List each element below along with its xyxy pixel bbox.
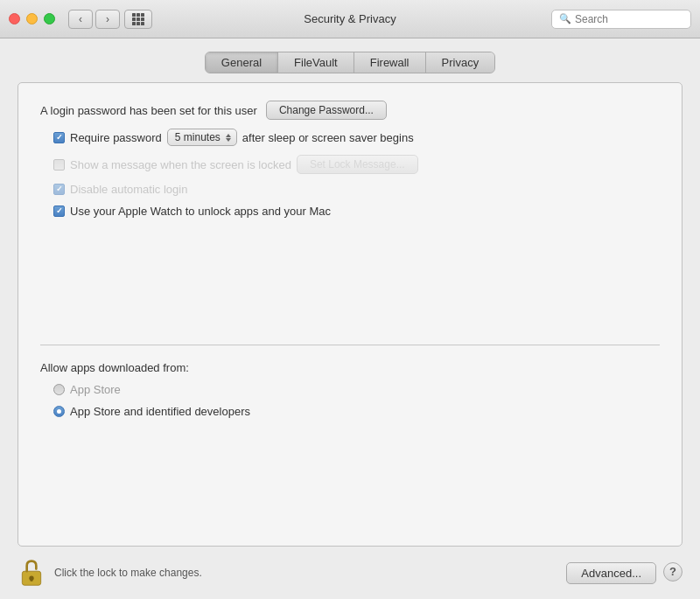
main-content: General FileVault Firewall Privacy A log… (0, 38, 700, 599)
require-password-row: Require password 5 minutes after sleep o… (53, 129, 660, 146)
close-button[interactable] (9, 13, 20, 24)
radio-app-store-developers[interactable] (53, 406, 65, 417)
window-title: Security & Privacy (304, 12, 396, 25)
apple-watch-row: Use your Apple Watch to unlock apps and … (53, 205, 660, 218)
lock-icon-wrapper[interactable] (18, 557, 46, 589)
svg-rect-2 (31, 578, 33, 582)
tabs-container: General FileVault Firewall Privacy (205, 52, 495, 73)
tab-privacy[interactable]: Privacy (426, 52, 495, 73)
show-message-checkbox[interactable] (53, 159, 65, 171)
title-bar: ‹ › Security & Privacy 🔍 (0, 0, 700, 38)
show-message-row: Show a message when the screen is locked… (53, 155, 660, 174)
search-box[interactable]: 🔍 (551, 10, 691, 29)
disable-autologin-label: Disable automatic login (70, 183, 187, 196)
allow-apps-title: Allow apps downloaded from: (40, 361, 660, 374)
radio-app-store-developers-label: App Store and identified developers (70, 405, 250, 418)
help-button[interactable]: ? (663, 562, 682, 582)
tab-firewall[interactable]: Firewall (354, 52, 426, 73)
dropdown-value: 5 minutes (175, 131, 220, 143)
password-label: A login password has been set for this u… (40, 104, 257, 117)
minimize-button[interactable] (26, 13, 38, 24)
search-icon: 🔍 (559, 13, 571, 24)
section-divider (40, 345, 660, 345)
apple-watch-label: Use your Apple Watch to unlock apps and … (70, 205, 331, 218)
search-input[interactable] (575, 13, 683, 25)
app-grid-button[interactable] (124, 10, 152, 29)
apple-watch-checkbox[interactable] (53, 205, 65, 217)
lock-text: Click the lock to make changes. (54, 567, 557, 579)
grid-icon (132, 13, 144, 25)
dropdown-arrows-icon (226, 134, 231, 142)
password-time-dropdown[interactable]: 5 minutes (167, 129, 237, 146)
advanced-button[interactable]: Advanced... (566, 562, 656, 584)
traffic-lights (9, 13, 55, 24)
disable-autologin-checkbox[interactable] (53, 184, 65, 195)
show-message-label: Show a message when the screen is locked (70, 158, 291, 171)
tab-filevault[interactable]: FileVault (278, 52, 354, 73)
disable-autologin-row: Disable automatic login (53, 183, 660, 196)
set-lock-message-button: Set Lock Message... (297, 155, 418, 174)
change-password-button[interactable]: Change Password... (266, 101, 387, 120)
radio-app-store-developers-row: App Store and identified developers (53, 405, 660, 418)
radio-app-store[interactable] (53, 384, 65, 395)
radio-app-store-row: App Store (53, 383, 660, 396)
bottom-buttons: Advanced... ? (566, 562, 682, 584)
tab-general[interactable]: General (206, 52, 278, 73)
bottom-bar: Click the lock to make changes. Advanced… (0, 547, 700, 599)
require-password-checkbox[interactable] (53, 132, 65, 143)
tabs-area: General FileVault Firewall Privacy (0, 38, 700, 82)
back-button[interactable]: ‹ (68, 10, 93, 29)
allow-apps-section: Allow apps downloaded from: App Store Ap… (40, 361, 660, 418)
require-password-label: Require password (70, 131, 162, 144)
maximize-button[interactable] (44, 13, 55, 24)
settings-panel: A login password has been set for this u… (18, 82, 682, 547)
radio-app-store-label: App Store (70, 383, 121, 396)
nav-buttons: ‹ › (68, 10, 120, 29)
forward-button[interactable]: › (95, 10, 120, 29)
lock-icon (19, 559, 44, 587)
password-row: A login password has been set for this u… (40, 101, 660, 120)
after-sleep-label: after sleep or screen saver begins (242, 131, 414, 144)
